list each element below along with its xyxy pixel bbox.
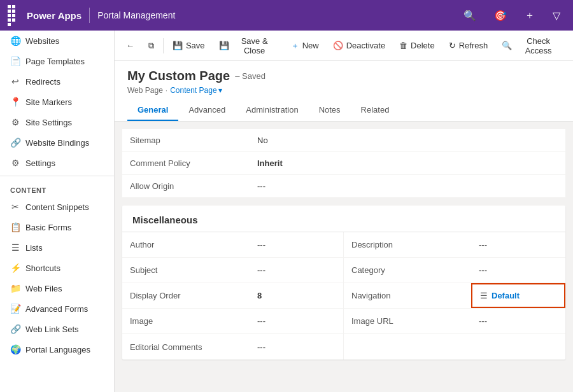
breadcrumb-part2: Content Page bbox=[170, 86, 216, 95]
category-label: Category bbox=[344, 258, 471, 283]
breadcrumb-separator: · bbox=[166, 86, 167, 95]
miscellaneous-header: Miscellaneous bbox=[122, 206, 565, 232]
description-value: --- bbox=[471, 232, 565, 257]
sidebar-item-settings[interactable]: ⚙ Settings bbox=[0, 153, 114, 173]
sidebar-label-site-settings: Site Settings bbox=[25, 118, 72, 127]
content-section-label: Content bbox=[0, 179, 114, 197]
editorial-comments-value: --- bbox=[250, 334, 344, 360]
tab-general-label: General bbox=[138, 105, 168, 115]
author-value: --- bbox=[250, 232, 344, 257]
comment-policy-label: Comment Policy bbox=[122, 152, 250, 174]
empty-value-5 bbox=[471, 334, 565, 360]
delete-label: Delete bbox=[411, 41, 435, 50]
sidebar-item-basic-forms[interactable]: 📋 Basic Forms bbox=[0, 217, 114, 237]
top-separator bbox=[89, 8, 90, 23]
allow-origin-row: Allow Origin --- bbox=[122, 175, 565, 198]
app-grid-icon[interactable] bbox=[8, 5, 19, 26]
sidebar-item-website-bindings[interactable]: 🔗 Website Bindings bbox=[0, 132, 114, 153]
sidebar-label-websites: Websites bbox=[25, 36, 59, 46]
refresh-icon: ↻ bbox=[449, 41, 456, 50]
sidebar-item-portal-languages[interactable]: 🌍 Portal Languages bbox=[0, 339, 114, 360]
save-button[interactable]: 💾 Save bbox=[166, 37, 211, 54]
category-value: --- bbox=[471, 258, 565, 283]
record-title-row: My Custom Page – Saved bbox=[127, 69, 560, 83]
sitemap-value: No bbox=[250, 129, 565, 151]
tab-general[interactable]: General bbox=[127, 100, 178, 121]
sitemap-label: Sitemap bbox=[122, 129, 250, 151]
content-snippets-icon: ✂ bbox=[10, 202, 20, 212]
copy-button[interactable]: ⧉ bbox=[142, 37, 160, 55]
deactivate-button[interactable]: 🚫 Deactivate bbox=[327, 37, 392, 54]
sidebar-label-settings: Settings bbox=[25, 158, 55, 168]
tab-advanced-label: Advanced bbox=[188, 105, 225, 115]
breadcrumb-dropdown[interactable]: Content Page ▾ bbox=[170, 86, 222, 95]
sidebar-label-site-markers: Site Markers bbox=[25, 97, 72, 107]
new-icon: ＋ bbox=[291, 40, 299, 52]
miscellaneous-section: Miscellaneous Author --- Description ---… bbox=[122, 206, 565, 360]
tabs: General Advanced Administration Notes Re… bbox=[127, 100, 560, 121]
sidebar-item-lists[interactable]: ☰ Lists bbox=[0, 237, 114, 258]
search-icon-btn[interactable]: 🔍 bbox=[458, 7, 481, 24]
web-files-icon: 📁 bbox=[10, 283, 20, 293]
record-title: My Custom Page bbox=[127, 69, 230, 83]
sidebar-item-page-templates[interactable]: 📄 Page Templates bbox=[0, 51, 114, 71]
check-access-icon: 🔍 bbox=[502, 41, 512, 50]
sidebar-label-portal-languages: Portal Languages bbox=[25, 345, 90, 354]
sidebar-label-lists: Lists bbox=[25, 243, 43, 253]
author-description-row: Author --- Description --- bbox=[122, 232, 565, 258]
web-link-sets-icon: 🔗 bbox=[10, 324, 20, 334]
author-label: Author bbox=[122, 232, 250, 257]
tab-notes-label: Notes bbox=[319, 105, 341, 115]
partial-section: Sitemap No Comment Policy Inherit Allow … bbox=[122, 129, 565, 198]
save-close-button[interactable]: 💾 Save & Close bbox=[213, 32, 283, 59]
image-label: Image bbox=[122, 309, 250, 333]
back-button[interactable]: ← bbox=[120, 37, 141, 54]
new-button[interactable]: ＋ New bbox=[285, 36, 325, 55]
subject-value: --- bbox=[250, 258, 344, 283]
settings-icon: ⚙ bbox=[10, 158, 20, 168]
delete-button[interactable]: 🗑 Delete bbox=[393, 37, 441, 54]
tab-notes[interactable]: Notes bbox=[309, 100, 351, 121]
lists-icon: ☰ bbox=[10, 242, 20, 253]
refresh-label: Refresh bbox=[459, 41, 488, 50]
redirects-icon: ↩ bbox=[10, 76, 20, 87]
display-order-navigation-row: Display Order 8 Navigation ☰ Default bbox=[122, 283, 565, 309]
sidebar-label-basic-forms: Basic Forms bbox=[25, 223, 71, 232]
delete-icon: 🗑 bbox=[399, 41, 407, 50]
sidebar-item-shortcuts[interactable]: ⚡ Shortcuts bbox=[0, 258, 114, 278]
subject-label: Subject bbox=[122, 258, 250, 283]
sidebar-item-web-link-sets[interactable]: 🔗 Web Link Sets bbox=[0, 319, 114, 339]
editorial-comments-label: Editorial Comments bbox=[122, 334, 250, 360]
sidebar-item-web-files[interactable]: 📁 Web Files bbox=[0, 278, 114, 298]
copy-icon: ⧉ bbox=[148, 41, 154, 51]
add-icon-btn[interactable]: ＋ bbox=[520, 6, 540, 25]
navigation-value[interactable]: ☰ Default bbox=[471, 283, 565, 308]
navigation-default-text: Default bbox=[492, 291, 520, 300]
tab-related[interactable]: Related bbox=[351, 100, 400, 121]
comment-policy-row: Comment Policy Inherit bbox=[122, 152, 565, 175]
sidebar-item-site-settings[interactable]: ⚙ Site Settings bbox=[0, 112, 114, 132]
display-order-value: 8 bbox=[250, 283, 344, 308]
subject-category-row: Subject --- Category --- bbox=[122, 258, 565, 283]
refresh-button[interactable]: ↻ Refresh bbox=[442, 37, 495, 54]
sidebar-item-redirects[interactable]: ↩ Redirects bbox=[0, 71, 114, 92]
basic-forms-icon: 📋 bbox=[10, 222, 20, 232]
settings-icon-btn[interactable]: 🎯 bbox=[489, 7, 512, 24]
check-access-button[interactable]: 🔍 Check Access bbox=[495, 32, 568, 59]
sidebar-item-content-snippets[interactable]: ✂ Content Snippets bbox=[0, 197, 114, 217]
tab-administration[interactable]: Administration bbox=[236, 100, 308, 121]
sidebar-item-advanced-forms[interactable]: 📝 Advanced Forms bbox=[0, 298, 114, 319]
sidebar-item-websites[interactable]: 🌐 Websites bbox=[0, 31, 114, 51]
filter-icon-btn[interactable]: ▽ bbox=[548, 7, 565, 24]
image-url-value: --- bbox=[471, 309, 565, 333]
image-url-label: Image URL bbox=[344, 309, 471, 333]
save-icon: 💾 bbox=[173, 41, 183, 50]
image-imageurl-row: Image --- Image URL --- bbox=[122, 309, 565, 334]
portal-languages-icon: 🌍 bbox=[10, 344, 20, 354]
sidebar-label-page-templates: Page Templates bbox=[25, 57, 85, 66]
sidebar-item-site-markers[interactable]: 📍 Site Markers bbox=[0, 92, 114, 112]
tab-advanced[interactable]: Advanced bbox=[178, 100, 236, 121]
breadcrumb-chevron-icon: ▾ bbox=[218, 86, 222, 95]
advanced-forms-icon: 📝 bbox=[10, 304, 20, 314]
portal-name: Portal Management bbox=[97, 10, 175, 20]
